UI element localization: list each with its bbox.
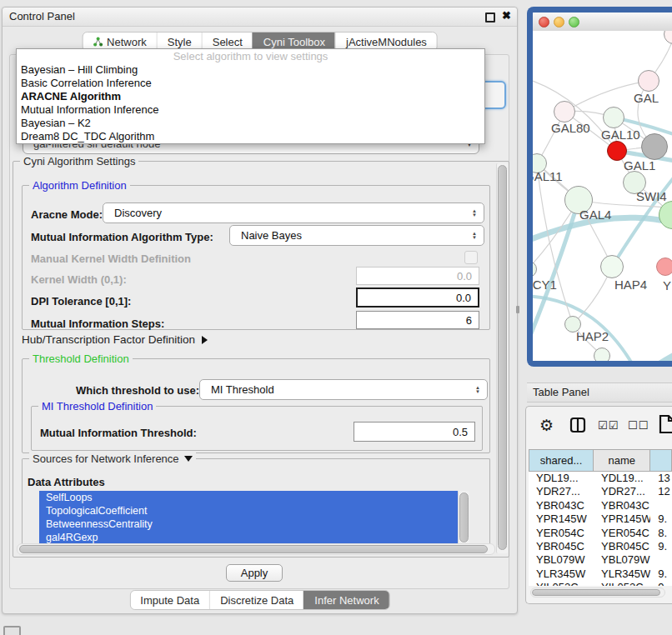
table-cell: 8. <box>650 527 672 540</box>
dropdown-list: Bayesian – Hill ClimbingBasic Correlatio… <box>17 63 484 143</box>
mi-steps-field[interactable]: 6 <box>356 311 479 329</box>
table-row[interactable]: YPR145WYPR145W9. <box>529 512 672 526</box>
group-title: Sources for Network Inference <box>29 452 196 465</box>
panel-divider-handle[interactable] <box>516 306 519 313</box>
column-header-shared-name[interactable]: shared... <box>529 449 594 472</box>
checked-columns-icon[interactable]: ☑☑ <box>598 419 619 432</box>
table-row[interactable]: YIL052CYIL052C9 <box>529 581 672 586</box>
attributes-vertical-scrollbar[interactable] <box>458 491 469 544</box>
node-label: GAL <box>634 91 659 105</box>
close-icon[interactable]: ✖ <box>502 9 511 22</box>
table-cell: 9. <box>650 512 672 526</box>
dropdown-item[interactable]: Dream8 DC_TDC Algorithm <box>17 130 484 143</box>
network-node[interactable] <box>603 107 624 128</box>
dropdown-item[interactable]: Bayesian – K2 <box>17 117 484 130</box>
dropdown-item[interactable]: ARACNE Algorithm <box>17 90 484 103</box>
node-label: GAL4 <box>579 208 611 222</box>
mi-threshold-field[interactable]: 0.5 <box>354 422 475 442</box>
network-canvas[interactable]: GAL GAL80 GAL10 GAL1 GAL11 SWI4 GAL4 GCY… <box>533 31 672 361</box>
mi-algorithm-type-label: Mutual Information Algorithm Type: <box>31 231 213 243</box>
table-row[interactable]: YER054CYER054C8. <box>529 527 672 540</box>
mi-algorithm-type-combo[interactable]: Naive Bayes ▲▼ <box>229 225 484 246</box>
network-node-pink[interactable] <box>656 258 672 276</box>
table-row[interactable]: YLR345WYLR345W9. <box>529 568 672 581</box>
dropdown-item[interactable]: Mutual Information Inference <box>17 103 484 117</box>
sources-title[interactable]: Sources for Network Inference <box>33 452 179 465</box>
tab-label: Infer Network <box>314 594 379 607</box>
data-attributes-label: Data Attributes <box>28 476 105 488</box>
combo-arrows-icon: ▲▼ <box>472 209 477 218</box>
kernel-width-field[interactable]: 0.0 <box>356 267 479 285</box>
field-value: 0.5 <box>453 426 468 438</box>
network-node-gray[interactable] <box>641 133 668 160</box>
tab-label: Network <box>107 36 147 48</box>
hub-transcription-factor-toggle[interactable]: Hub/Transcription Factor Definition <box>22 333 208 346</box>
split-columns-icon[interactable] <box>569 417 586 437</box>
data-attributes-list: SelfLoopsTopologicalCoefficientBetweenne… <box>39 491 458 544</box>
tab-impute-data[interactable]: Impute Data <box>130 591 209 609</box>
document-icon[interactable] <box>658 414 672 438</box>
table-row[interactable]: YBR045CYBR045C9. <box>529 540 672 553</box>
table-cell: YDR27... <box>529 485 594 498</box>
collapsed-panel-icon[interactable] <box>3 626 21 635</box>
network-node[interactable] <box>554 101 575 122</box>
manual-kernel-width-checkbox[interactable] <box>464 251 478 264</box>
control-panel-title: Control Panel <box>9 10 75 22</box>
table-cell: YIL052C <box>529 581 594 586</box>
table-row[interactable]: YBL079WYBL079W <box>529 553 672 567</box>
combo-value: MI Threshold <box>211 383 274 396</box>
aracne-mode-label: Aracne Mode: <box>31 208 103 221</box>
table-cell: YPR145W <box>594 512 650 526</box>
network-node[interactable] <box>600 255 624 278</box>
network-node[interactable] <box>594 348 610 361</box>
apply-button[interactable]: Apply <box>226 564 283 582</box>
gear-icon[interactable]: ⚙ <box>539 416 554 435</box>
settings-horizontal-scrollbar[interactable] <box>17 543 495 555</box>
mi-threshold-definition-group: MI Threshold Definition Mutual Informati… <box>31 406 483 451</box>
hub-section-label: Hub/Transcription Factor Definition <box>22 333 195 346</box>
tab-label: Select <box>213 36 243 48</box>
aracne-mode-combo[interactable]: Discovery ▲▼ <box>103 202 484 223</box>
table-cell: 9 <box>650 581 672 586</box>
group-title: Cyni Algorithm Settings <box>20 155 138 168</box>
which-threshold-combo[interactable]: MI Threshold ▲▼ <box>199 379 488 400</box>
field-value: 0.0 <box>457 270 472 282</box>
table-row[interactable]: YDR27...YDR27...12 <box>529 485 672 498</box>
column-header-clipped[interactable] <box>650 449 672 472</box>
node-label: GAL80 <box>551 121 590 135</box>
attribute-list-item[interactable]: SelfLoops <box>39 491 458 504</box>
table-row[interactable]: YDL19...YDL19...13 <box>529 472 672 485</box>
attribute-list-item[interactable]: BetweennessCentrality <box>39 518 458 531</box>
cyni-algorithm-settings-group: Cyni Algorithm Settings Algorithm Defini… <box>13 161 509 558</box>
mac-minimize-icon[interactable] <box>554 17 564 28</box>
dpi-tolerance-field[interactable]: 0.0 <box>356 288 479 308</box>
network-node[interactable] <box>638 70 659 92</box>
mac-close-icon[interactable] <box>539 17 549 28</box>
manual-kernel-width-label: Manual Kernel Width Definition <box>31 252 191 265</box>
dropdown-item[interactable]: Bayesian – Hill Climbing <box>17 63 484 77</box>
table-row[interactable]: YBR043CYBR043C <box>529 499 672 512</box>
float-window-icon[interactable] <box>485 12 495 22</box>
table-cell: YDR27... <box>594 485 650 498</box>
table-cell: 9. <box>650 540 672 553</box>
column-header-name[interactable]: name <box>594 449 650 472</box>
node-label: HAP4 <box>614 278 647 292</box>
mac-zoom-icon[interactable] <box>569 17 579 28</box>
cyni-bottom-tabbar: Impute Data Discretize Data Infer Networ… <box>129 590 389 610</box>
network-window-titlebar[interactable] <box>533 12 672 32</box>
group-title: MI Threshold Definition <box>38 400 156 412</box>
attribute-list-item[interactable]: TopologicalCoefficient <box>39 504 458 518</box>
settings-vertical-scrollbar[interactable] <box>496 163 508 553</box>
table-cell <box>650 499 672 512</box>
attribute-list-item[interactable]: gal4RGexp <box>39 531 458 544</box>
group-title: Algorithm Definition <box>29 179 130 192</box>
tab-label: Style <box>168 36 192 48</box>
table-cell: YLR345W <box>594 568 650 581</box>
table-horizontal-scrollbar[interactable] <box>530 588 665 598</box>
network-icon <box>93 37 103 47</box>
table-cell: 9. <box>650 568 672 581</box>
unchecked-columns-icon[interactable]: ☐☐ <box>628 419 649 432</box>
dropdown-item[interactable]: Basic Correlation Inference <box>17 77 484 90</box>
tab-infer-network[interactable]: Infer Network <box>303 591 389 609</box>
tab-discretize-data[interactable]: Discretize Data <box>209 591 303 609</box>
